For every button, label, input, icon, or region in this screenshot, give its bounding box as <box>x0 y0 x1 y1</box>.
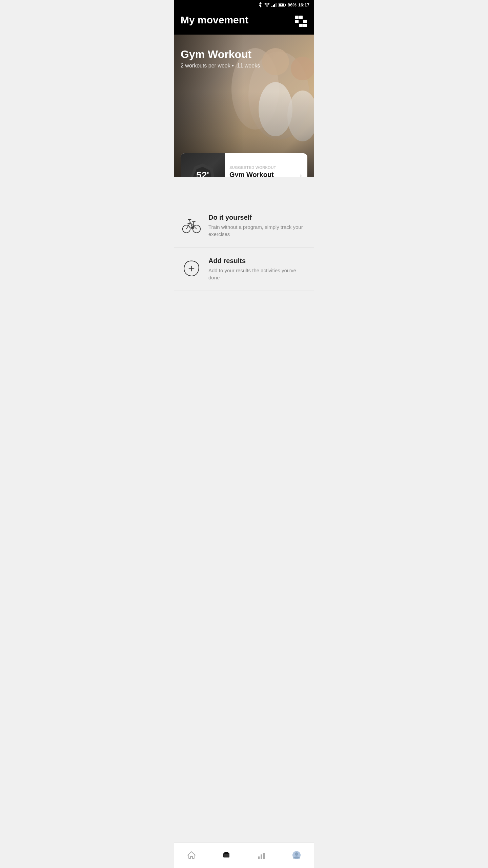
battery-icon <box>279 3 286 7</box>
add-results-icon <box>181 258 202 279</box>
time-display: 16:17 <box>298 2 309 7</box>
add-results-item[interactable]: Add results Add to your results the acti… <box>174 248 314 291</box>
content-section: Do it yourself Train without a program, … <box>174 204 314 325</box>
qr-button[interactable] <box>295 16 307 28</box>
do-it-yourself-item[interactable]: Do it yourself Train without a program, … <box>174 204 314 248</box>
header: My movement <box>174 9 314 35</box>
svg-point-11 <box>291 57 314 80</box>
hero-title: Gym Workout <box>181 48 260 61</box>
card-label: SUGGESTED WORKOUT <box>229 165 295 170</box>
card-arrow[interactable]: › <box>300 153 307 177</box>
hero-subtitle: 2 workouts per week • -11 weeks <box>181 63 260 69</box>
battery-percentage: 86% <box>288 2 297 7</box>
suggested-workout-card[interactable]: 52' SUGGESTED WORKOUT Gym Workout 7 exe … <box>181 153 307 177</box>
svg-line-21 <box>189 220 190 223</box>
hero-section: Gym Workout 2 workouts per week • -11 we… <box>174 35 314 177</box>
svg-rect-1 <box>273 5 274 7</box>
wifi-icon <box>264 3 270 7</box>
svg-rect-3 <box>276 3 277 7</box>
status-bar: 86% 16:17 <box>174 0 314 9</box>
card-content: SUGGESTED WORKOUT Gym Workout 7 exe • 66… <box>225 153 300 177</box>
add-results-description: Add to your results the activities you'v… <box>208 267 307 281</box>
do-it-yourself-title: Do it yourself <box>208 214 307 221</box>
card-name: Gym Workout <box>229 171 295 177</box>
signal-icon <box>271 3 277 7</box>
add-results-text: Add results Add to your results the acti… <box>208 257 307 281</box>
svg-rect-0 <box>271 6 272 7</box>
do-it-yourself-description: Train without a program, simply track yo… <box>208 223 307 238</box>
svg-point-9 <box>262 48 289 75</box>
card-duration: 52' <box>196 170 209 177</box>
page-title: My movement <box>181 14 248 26</box>
bike-icon <box>181 215 202 235</box>
status-icons: 86% 16:17 <box>258 2 309 7</box>
bluetooth-icon <box>258 2 263 7</box>
svg-rect-2 <box>274 4 275 7</box>
svg-rect-5 <box>285 4 286 6</box>
card-thumbnail: 52' <box>181 153 225 177</box>
do-it-yourself-text: Do it yourself Train without a program, … <box>208 214 307 238</box>
hero-text-block: Gym Workout 2 workouts per week • -11 we… <box>181 48 260 69</box>
add-results-title: Add results <box>208 257 307 265</box>
